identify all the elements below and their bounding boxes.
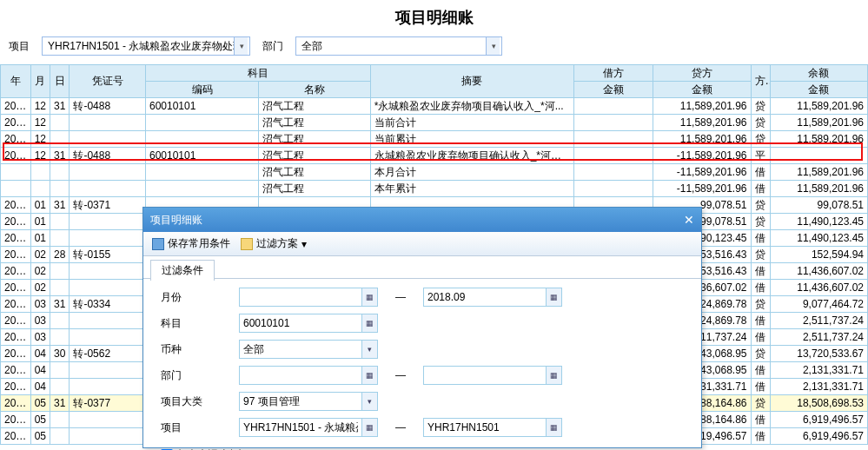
dept-combo[interactable]: 全部 ▾ <box>295 36 502 56</box>
cell <box>70 131 146 148</box>
table-row[interactable]: 沼气工程本年累计-11,589,201.96借11,589,201.96 <box>1 181 868 197</box>
cell: 2017 <box>1 148 31 164</box>
col-debit[interactable]: 借方 <box>573 65 653 82</box>
col-credit-amt[interactable]: 金额 <box>653 82 751 98</box>
chevron-down-icon[interactable]: ▾ <box>361 341 377 358</box>
close-icon[interactable]: ✕ <box>684 208 694 232</box>
filter-dialog: 项目明细账 ✕ 保存常用条件 过滤方案 ▾ 过滤条件 月份 ▦ — ▦ 科目 ▦… <box>142 207 702 448</box>
grid-icon[interactable]: ▦ <box>361 288 377 306</box>
table-row[interactable]: 201712沼气工程当前累计11,589,201.96贷11,589,201.9… <box>1 131 868 148</box>
cell: -11,589,201.96 <box>653 148 751 164</box>
grid-icon[interactable]: ▦ <box>361 314 377 332</box>
projcat-field[interactable] <box>240 393 361 410</box>
cell: 2018 <box>1 280 31 296</box>
cell: 01 <box>30 214 50 230</box>
cell: 2017 <box>1 131 31 148</box>
grid-icon[interactable]: ▦ <box>361 367 377 384</box>
dash-sep: — <box>378 421 423 433</box>
cell: 转-0377 <box>70 395 146 412</box>
col-day[interactable]: 日 <box>50 65 70 98</box>
chevron-down-icon[interactable]: ▾ <box>234 37 248 55</box>
table-row[interactable]: 20171231转-048860010101沼气工程*永城粮盈农业废弃物项目确认… <box>1 98 868 115</box>
save-icon <box>152 238 164 250</box>
cell: 11,589,201.96 <box>770 181 867 197</box>
dept-from-input[interactable]: ▦ <box>239 366 378 385</box>
save-conditions-button[interactable]: 保存常用条件 <box>152 236 230 251</box>
col-voucher[interactable]: 凭证号 <box>70 65 146 98</box>
cell <box>50 412 70 428</box>
cell: 2018 <box>1 412 31 428</box>
month-to-input[interactable]: ▦ <box>423 288 562 307</box>
grid-icon[interactable]: ▦ <box>546 367 561 384</box>
dept-to-input[interactable]: ▦ <box>423 366 562 385</box>
proj-from-input[interactable]: ▦ <box>239 418 378 437</box>
currency-field[interactable] <box>240 341 361 358</box>
cell: 贷 <box>751 115 770 131</box>
col-credit[interactable]: 贷方 <box>653 65 751 82</box>
subject-field[interactable] <box>240 314 361 332</box>
grid-icon[interactable]: ▦ <box>361 419 377 436</box>
tab-filter-conditions[interactable]: 过滤条件 <box>150 260 215 281</box>
project-label: 项目 <box>3 39 35 54</box>
cell: 04 <box>30 362 50 379</box>
col-code[interactable]: 编码 <box>145 82 258 98</box>
cell <box>50 115 70 131</box>
cell: -11,589,201.96 <box>653 181 751 197</box>
proj-from-field[interactable] <box>240 419 361 436</box>
month-from-field[interactable] <box>240 288 361 306</box>
cell: 12 <box>30 98 50 115</box>
month-from-input[interactable]: ▦ <box>239 288 378 307</box>
cell: 2018 <box>1 346 31 362</box>
table-row[interactable]: 201712沼气工程当前合计11,589,201.96贷11,589,201.9… <box>1 115 868 131</box>
table-row[interactable]: 20171231转-048860010101沼气工程永城粮盈农业废弃物项目确认收… <box>1 148 868 164</box>
col-subject[interactable]: 科目 <box>145 65 370 82</box>
cell: 2,131,331.71 <box>770 379 867 395</box>
dept-from-field[interactable] <box>240 367 361 384</box>
col-month[interactable]: 月 <box>30 65 50 98</box>
cell: 沼气工程 <box>259 164 370 181</box>
cell: 2017 <box>1 98 31 115</box>
dept-to-field[interactable] <box>424 367 546 384</box>
project-combo[interactable]: YHR17HN1501 - 永城粮盈农业废弃物处理 ▾ <box>42 36 250 56</box>
cell: 贷 <box>751 296 770 313</box>
cell <box>145 181 258 197</box>
cell: 沼气工程 <box>259 148 370 164</box>
cell: 11,589,201.96 <box>770 98 867 115</box>
chevron-down-icon[interactable]: ▾ <box>486 37 500 55</box>
month-to-field[interactable] <box>424 288 546 306</box>
cell <box>573 164 653 181</box>
cell <box>50 263 70 280</box>
project-combo-text: YHR17HN1501 - 永城粮盈农业废弃物处理 <box>43 39 234 54</box>
col-debit-amt[interactable]: 金额 <box>573 82 653 98</box>
grid-icon[interactable]: ▦ <box>546 288 561 306</box>
projcat-select[interactable]: ▾ <box>239 392 378 411</box>
proj-to-input[interactable]: ▦ <box>423 418 562 437</box>
col-bal-amt[interactable]: 金额 <box>770 82 867 98</box>
dialog-titlebar[interactable]: 项目明细账 ✕ <box>143 208 701 232</box>
proj-to-field[interactable] <box>424 419 546 436</box>
cell: 04 <box>30 379 50 395</box>
col-name[interactable]: 名称 <box>259 82 370 98</box>
col-balance[interactable]: 余额 <box>770 65 867 82</box>
grid-header: 年 月 日 凭证号 科目 摘要 借方 贷方 方向 余额 编码 名称 金额 金额 … <box>1 65 868 98</box>
grid-icon[interactable]: ▦ <box>546 419 561 436</box>
table-row[interactable]: 沼气工程本月合计-11,589,201.96借11,589,201.96 <box>1 164 868 181</box>
cell: 6,919,496.57 <box>770 428 867 445</box>
filter-scheme-button[interactable]: 过滤方案 ▾ <box>241 236 307 251</box>
cell <box>70 181 146 197</box>
cell: 沼气工程 <box>259 181 370 197</box>
cell: 2,131,331.71 <box>770 362 867 379</box>
col-dir[interactable]: 方向 <box>751 65 770 98</box>
cell: 2018 <box>1 296 31 313</box>
cell: 12 <box>30 115 50 131</box>
subject-input[interactable]: ▦ <box>239 314 378 333</box>
col-summary[interactable]: 摘要 <box>370 65 573 98</box>
currency-select[interactable]: ▾ <box>239 340 378 359</box>
cell: 04 <box>30 346 50 362</box>
col-year[interactable]: 年 <box>1 65 31 98</box>
cell: 本年累计 <box>370 181 573 197</box>
dash-sep: — <box>378 369 423 381</box>
cell <box>50 164 70 181</box>
cell: 2018 <box>1 263 31 280</box>
chevron-down-icon[interactable]: ▾ <box>361 393 377 410</box>
